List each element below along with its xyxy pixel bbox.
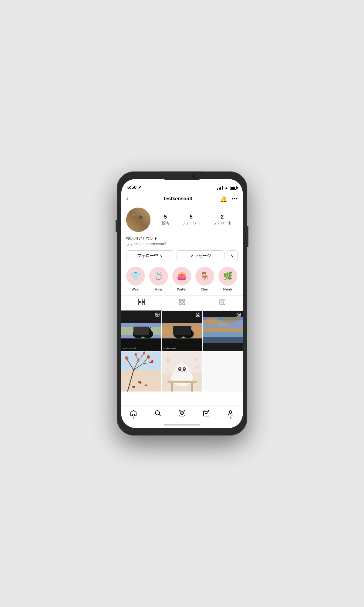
svg-point-31: [144, 328, 151, 334]
svg-point-29: [139, 331, 140, 332]
tab-grid[interactable]: [121, 296, 162, 310]
grid-item-2[interactable]: [203, 311, 243, 351]
highlight-chair-label: Chair: [201, 287, 209, 291]
highlight-chair[interactable]: 🪑 Chair: [195, 267, 214, 291]
followers-label: フォロワー: [182, 221, 200, 225]
highlight-ring-label: Ring: [155, 287, 162, 291]
battery-icon: [230, 186, 237, 190]
grid-item-0[interactable]: testkensou3: [121, 311, 161, 351]
highlight-wallet[interactable]: 👛 Wallet: [172, 267, 191, 291]
nav-reels[interactable]: [170, 408, 194, 418]
svg-point-54: [184, 328, 192, 334]
grid-label-0: testkensou3: [123, 347, 136, 350]
svg-rect-8: [129, 224, 135, 228]
stats-row: 5 投稿 5 フォロワー 2 フォロー中: [155, 214, 238, 226]
svg-rect-23: [121, 327, 161, 334]
posts-label: 投稿: [162, 221, 169, 225]
svg-point-74: [217, 322, 229, 327]
svg-rect-4: [138, 217, 143, 223]
tab-tagged[interactable]: [202, 296, 243, 310]
nav-home[interactable]: [121, 408, 146, 418]
avatar: [126, 208, 150, 232]
dropdown-button[interactable]: ∨: [227, 250, 238, 261]
svg-point-51: [177, 331, 178, 332]
grid-item-4[interactable]: [162, 351, 202, 392]
following-stat[interactable]: 2 フォロー中: [213, 214, 231, 226]
profile-header: ‹ testkensou3 🔔 •••: [121, 192, 243, 205]
signal-icon: [217, 186, 223, 190]
profile-bio: 検証用アカウント フォロワー: testkensou2: [121, 236, 243, 250]
highlight-ring[interactable]: 💍 Ring: [149, 267, 168, 291]
grid-item-3[interactable]: [121, 351, 161, 392]
svg-point-24: [133, 329, 144, 338]
app-content: ‹ testkensou3 🔔 •••: [121, 192, 243, 405]
svg-rect-10: [142, 299, 145, 301]
svg-rect-11: [139, 303, 141, 305]
svg-point-5: [138, 218, 143, 222]
highlight-chair-circle: 🪑: [195, 267, 214, 286]
svg-point-141: [232, 415, 233, 416]
bio-line2: フォロワー: testkensou2: [126, 242, 238, 247]
followers-stat[interactable]: 5 フォロワー: [182, 214, 200, 226]
svg-point-58: [189, 331, 190, 332]
highlight-wear[interactable]: 👕 Wear: [126, 267, 145, 291]
svg-point-80: [238, 314, 239, 315]
svg-point-48: [175, 328, 183, 334]
highlights-row: 👕 Wear 💍 Ring 👛 Wallet 🪑 Chair 🌿: [121, 266, 243, 295]
highlight-plants-circle: 🌿: [218, 267, 237, 286]
highlight-ring-circle: 💍: [149, 267, 168, 286]
svg-point-136: [229, 411, 232, 413]
svg-point-132: [181, 412, 183, 414]
svg-rect-3: [130, 214, 136, 224]
content-tabs: [121, 295, 243, 311]
home-dot: [133, 417, 134, 419]
svg-rect-127: [167, 381, 197, 383]
back-button[interactable]: ‹: [126, 195, 136, 203]
reels-tab-icon: [179, 299, 185, 307]
phone-frame: 6:50 ↗ ▲ ‹ testkensou3: [117, 171, 247, 436]
message-button[interactable]: メッセージ: [177, 250, 224, 261]
highlight-wallet-label: Wallet: [177, 287, 186, 291]
svg-point-115: [184, 368, 185, 369]
svg-marker-49: [175, 326, 178, 329]
avatar-image: [126, 208, 150, 232]
grid-item-1[interactable]: testkensou4: [162, 311, 202, 351]
tab-reels[interactable]: [162, 296, 202, 310]
more-options-icon[interactable]: •••: [232, 196, 238, 202]
svg-point-114: [179, 368, 180, 369]
following-label: フォロー中: [213, 221, 231, 225]
grid-label-1: testkensou4: [163, 347, 176, 350]
svg-line-129: [159, 415, 161, 416]
svg-point-35: [148, 331, 149, 332]
svg-marker-55: [184, 326, 187, 329]
nav-search[interactable]: [146, 408, 170, 418]
svg-rect-9: [139, 299, 141, 301]
notch: [161, 171, 203, 180]
posts-stat: 5 投稿: [162, 214, 169, 226]
svg-point-63: [198, 314, 198, 315]
nav-shop[interactable]: [194, 408, 218, 418]
svg-rect-77: [203, 343, 243, 351]
reels-nav-icon: [178, 409, 186, 417]
follow-button[interactable]: フォロー中 ∨: [126, 250, 174, 261]
svg-point-107: [175, 362, 189, 376]
svg-marker-27: [140, 326, 142, 329]
profile-info-row: 5 投稿 5 フォロワー 2 フォロー中: [121, 205, 243, 236]
notification-icon[interactable]: 🔔: [220, 195, 228, 202]
svg-rect-46: [162, 327, 202, 334]
svg-rect-2: [129, 214, 137, 224]
nav-profile[interactable]: [218, 408, 243, 418]
svg-rect-125: [171, 382, 173, 391]
shop-icon: [203, 409, 210, 417]
wifi-icon: ▲: [224, 186, 228, 190]
highlight-wear-label: Wear: [132, 287, 140, 291]
status-bar: 6:50 ↗ ▲: [121, 179, 243, 192]
grid-item-5: [203, 351, 243, 392]
profile-dot: [230, 417, 231, 419]
highlight-wallet-circle: 👛: [172, 267, 191, 286]
header-action-icons: 🔔 •••: [220, 195, 238, 202]
svg-marker-50: [180, 326, 183, 329]
photo-grid: testkensou3: [121, 311, 243, 392]
highlight-plants[interactable]: 🌿 Plants: [218, 267, 237, 291]
svg-point-124: [195, 365, 200, 369]
